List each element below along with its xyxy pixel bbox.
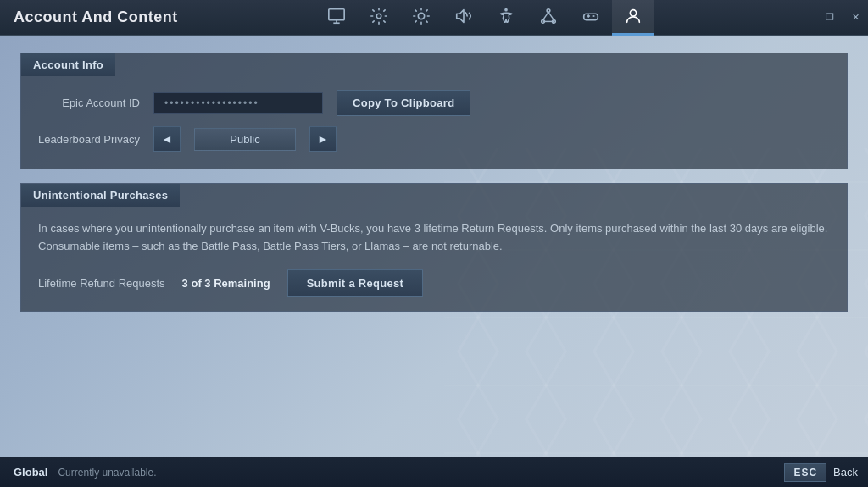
accessibility-nav-btn[interactable] (485, 0, 527, 36)
unintentional-purchases-header: Unintentional Purchases (21, 184, 180, 207)
accessibility-icon (497, 7, 515, 25)
audio-nav-btn[interactable] (442, 0, 485, 36)
account-info-body: Epic Account ID Copy To Clipboard Leader… (21, 76, 847, 169)
unintentional-purchases-body: In cases where you unintentionally purch… (21, 207, 847, 311)
svg-point-5 (504, 8, 508, 12)
leaderboard-label: Leaderboard Privacy (38, 133, 140, 146)
window-controls: — ❐ ✕ (792, 6, 868, 30)
title-bar-left: Account And Content (14, 8, 178, 26)
svg-rect-0 (329, 9, 344, 20)
account-info-header: Account Info (21, 53, 115, 76)
epic-id-label: Epic Account ID (38, 97, 140, 109)
controller-icon (581, 7, 600, 25)
network-icon (539, 7, 558, 25)
svg-line-10 (548, 12, 554, 19)
leaderboard-next-button[interactable]: ► (309, 126, 337, 152)
controller-nav-btn[interactable] (570, 0, 612, 36)
status-bar: Global Currently unavailable. ESC Back (0, 457, 868, 487)
gear-icon (370, 7, 388, 25)
global-label: Global (14, 466, 47, 479)
brightness-icon (412, 7, 431, 25)
back-label: Back (833, 466, 858, 479)
svg-point-3 (376, 14, 381, 19)
status-message: Currently unavailable. (58, 467, 156, 479)
epic-id-field[interactable] (153, 92, 323, 114)
status-left: Global Currently unavailable. (14, 466, 157, 479)
submit-request-button[interactable]: Submit a Request (287, 269, 424, 297)
audio-icon (454, 7, 473, 25)
svg-point-15 (593, 15, 595, 17)
refund-label: Lifetime Refund Requests (38, 277, 165, 290)
title-bar: Account And Content (0, 0, 868, 36)
account-icon (624, 7, 643, 25)
restore-button[interactable]: ❐ (817, 6, 843, 30)
svg-point-6 (547, 9, 550, 13)
content-area: Account Info Epic Account ID Copy To Cli… (0, 36, 868, 342)
svg-point-16 (592, 15, 593, 16)
refund-row: Lifetime Refund Requests 3 of 3 Remainin… (38, 269, 830, 297)
brightness-nav-btn[interactable] (400, 0, 442, 36)
esc-button[interactable]: ESC (784, 463, 826, 482)
network-nav-btn[interactable] (527, 0, 570, 36)
leaderboard-value: Public (194, 128, 296, 151)
window-title: Account And Content (14, 8, 178, 26)
display-nav-btn[interactable] (315, 0, 358, 36)
minimize-button[interactable]: — (792, 6, 817, 30)
account-info-panel: Account Info Epic Account ID Copy To Cli… (20, 53, 848, 169)
svg-line-9 (542, 12, 548, 19)
unintentional-purchases-panel: Unintentional Purchases In cases where y… (20, 183, 848, 312)
leaderboard-prev-button[interactable]: ◄ (153, 126, 181, 152)
nav-bar (315, 0, 654, 36)
copy-to-clipboard-button[interactable]: Copy To Clipboard (337, 90, 470, 116)
account-nav-btn[interactable] (612, 0, 654, 36)
epic-id-row: Epic Account ID Copy To Clipboard (38, 90, 830, 116)
leaderboard-privacy-row: Leaderboard Privacy ◄ Public ► (38, 126, 830, 152)
close-button[interactable]: ✕ (843, 6, 868, 30)
status-right: ESC Back (784, 463, 858, 482)
svg-point-4 (418, 13, 424, 19)
refund-count: 3 of 3 Remaining (182, 277, 270, 290)
settings-nav-btn[interactable] (358, 0, 400, 36)
display-icon (327, 7, 346, 25)
purchases-description: In cases where you unintentionally purch… (38, 220, 830, 256)
svg-point-17 (630, 10, 636, 16)
